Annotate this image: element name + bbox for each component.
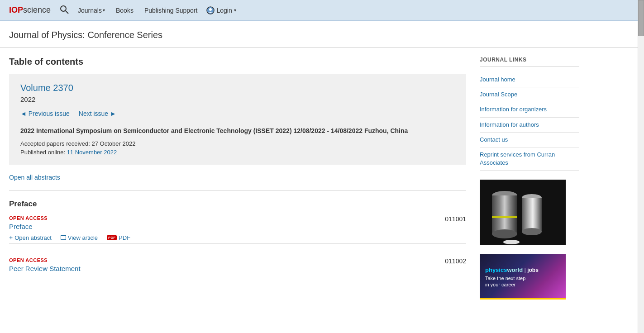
svg-point-11 [522, 228, 542, 235]
sidebar-link-info-authors[interactable]: Information for authors [480, 118, 579, 132]
sidebar-link-info-organizers[interactable]: Information for organizers [480, 102, 579, 117]
svg-point-13 [503, 240, 520, 244]
pw-logo-jobs-label: | [525, 267, 526, 273]
article-title-link[interactable]: Preface [9, 223, 33, 230]
pw-logo-physics: physics [485, 266, 507, 273]
volume-nav: ◄ Previous issue Next issue ► [20, 110, 455, 117]
list-item: Reprint services from Curran Associates [480, 147, 579, 171]
list-item: Information for organizers [480, 102, 579, 117]
open-abstract-link[interactable]: + Open abstract [9, 234, 52, 241]
accepted-papers: Accepted papers received: 27 October 202… [20, 140, 455, 147]
sidebar-link-journal-scope[interactable]: Journal Scope [480, 87, 579, 102]
published-online: Published online: 11 November 2022 [20, 149, 455, 156]
pdf-link[interactable]: PDF PDF [107, 234, 130, 241]
view-article-label: View article [68, 234, 98, 241]
article-header-row: 011002 OPEN ACCESS [9, 257, 466, 263]
open-all-abstracts-link[interactable]: Open all abstracts [9, 174, 60, 181]
content-area: Table of contents Volume 2370 2022 ◄ Pre… [0, 48, 644, 315]
article-entry: 011002 OPEN ACCESS Peer Review Statement [9, 257, 466, 279]
sidebar-links-list: Journal home Journal Scope Information f… [480, 72, 579, 171]
list-item: Information for authors [480, 118, 579, 133]
search-button[interactable] [60, 5, 69, 15]
sidebar-link-journal-home[interactable]: Journal home [480, 72, 579, 87]
main-nav: Journals ▾ Books Publishing Support [73, 7, 202, 14]
login-label: Login [216, 7, 232, 14]
volume-title-link[interactable]: Volume 2370 [20, 83, 455, 93]
scrollbar[interactable] [638, 0, 644, 315]
pw-jobs-box: physicsworld | jobs Take the next step i… [480, 254, 566, 300]
sidebar-link-contact[interactable]: Contact us [480, 133, 579, 147]
prev-issue-link[interactable]: ◄ Previous issue [20, 110, 70, 117]
pdf-icon: PDF [107, 235, 117, 240]
volume-box: Volume 2370 2022 ◄ Previous issue Next i… [9, 74, 466, 165]
svg-line-1 [66, 11, 68, 14]
article-actions: + Open abstract View article PDF PDF [9, 234, 466, 241]
sidebar-links-heading: JOURNAL LINKS [480, 57, 579, 67]
pw-tagline: Take the next step in your career [485, 275, 560, 288]
svg-point-0 [61, 6, 66, 11]
login-chevron-icon: ▾ [234, 8, 236, 13]
next-issue-link[interactable]: Next issue ► [79, 110, 116, 117]
svg-point-8 [492, 229, 517, 238]
pw-tagline-line2: in your career [485, 281, 560, 288]
sidebar-cylinder-image[interactable] [480, 180, 579, 245]
list-item: Contact us [480, 133, 579, 147]
search-icon [60, 5, 69, 14]
logo-science: science [23, 5, 51, 15]
pw-tagline-line1: Take the next step [485, 275, 560, 281]
pw-jobs-logo: physicsworld | jobs [485, 266, 560, 273]
article-divider [9, 243, 466, 244]
svg-rect-7 [492, 195, 517, 234]
list-item: Journal Scope [480, 87, 579, 102]
cylinder-visual-svg [480, 180, 566, 245]
pdf-label: PDF [119, 234, 130, 241]
login-button[interactable]: Login ▾ [206, 6, 236, 14]
plus-icon: + [9, 234, 13, 241]
article-number: 011001 [445, 215, 466, 223]
physics-world-jobs-ad[interactable]: physicsworld | jobs Take the next step i… [480, 254, 579, 300]
svg-rect-10 [522, 198, 542, 232]
cylinder-image-placeholder [480, 180, 566, 245]
published-online-label: Published online: [20, 149, 67, 156]
header: IOPscience Journals ▾ Books Publishing S… [0, 0, 644, 21]
journal-title-section: Journal of Physics: Conference Series [0, 21, 644, 48]
journals-chevron-icon: ▾ [103, 8, 105, 13]
section-divider [9, 190, 466, 190]
pw-jobs-label: jobs [527, 267, 539, 273]
open-access-badge: OPEN ACCESS [9, 215, 466, 221]
open-abstract-label: Open abstract [14, 234, 52, 241]
sidebar: JOURNAL LINKS Journal home Journal Scope… [480, 57, 579, 306]
pw-logo-world: world [507, 266, 523, 273]
sidebar-link-reprint[interactable]: Reprint services from Curran Associates [480, 147, 579, 170]
preface-heading: Preface [9, 200, 466, 209]
article-entry: 011001 OPEN ACCESS Preface + Open abstra… [9, 215, 466, 251]
volume-year: 2022 [20, 95, 455, 103]
conference-title: 2022 International Symposium on Semicond… [20, 126, 455, 136]
view-article-icon [61, 235, 66, 240]
nav-publishing-support[interactable]: Publishing Support [140, 7, 202, 14]
main-content: Table of contents Volume 2370 2022 ◄ Pre… [9, 57, 466, 306]
open-all-abstracts-section: Open all abstracts [9, 174, 466, 181]
logo-iop: IOP [9, 5, 23, 15]
nav-journals[interactable]: Journals ▾ [73, 7, 110, 14]
svg-point-3 [209, 8, 212, 11]
view-article-link[interactable]: View article [61, 234, 98, 241]
nav-books[interactable]: Books [111, 7, 138, 14]
published-online-date[interactable]: 11 November 2022 [67, 149, 117, 156]
account-icon [206, 6, 215, 14]
logo[interactable]: IOPscience [9, 5, 51, 15]
svg-rect-12 [492, 216, 517, 218]
article-header-row: 011001 OPEN ACCESS [9, 215, 466, 221]
pw-jobs-bar [480, 298, 566, 300]
article-number: 011002 [445, 257, 466, 265]
article-title-link-2[interactable]: Peer Review Statement [9, 265, 81, 272]
scrollbar-thumb[interactable] [638, 0, 644, 36]
journal-title: Journal of Physics: Conference Series [9, 30, 635, 40]
open-access-badge: OPEN ACCESS [9, 257, 466, 263]
list-item: Journal home [480, 72, 579, 87]
toc-heading: Table of contents [9, 57, 466, 67]
